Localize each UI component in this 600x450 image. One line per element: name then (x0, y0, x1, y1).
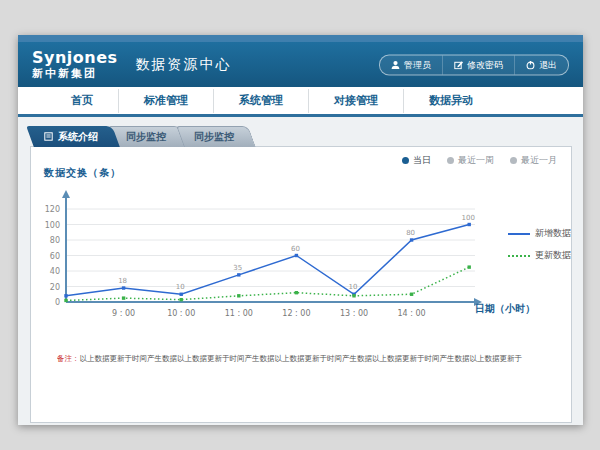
svg-text:9 : 00: 9 : 00 (112, 309, 135, 318)
user-menu: 管理员 修改密码 退出 (379, 54, 569, 75)
page-background: Synjones 新中新集团 数据资源中心 管理员 修改 (0, 0, 600, 450)
legend-item: 新增数据 (508, 227, 571, 240)
legend-label: 新增数据 (535, 227, 571, 240)
svg-text:18: 18 (118, 277, 127, 285)
nav-item-standard-mgmt[interactable]: 标准管理 (118, 89, 213, 113)
grid-group: 020406080100120 (45, 205, 475, 307)
app-title: 数据资源中心 (136, 56, 232, 74)
svg-text:13 : 00: 13 : 00 (340, 309, 368, 318)
brand-logo-english: Synjones (32, 50, 118, 66)
chart-panel: 当日最近一周最近一月 数据交换（条） 0204060801001209 : 00… (30, 146, 572, 423)
svg-text:12 : 00: 12 : 00 (282, 309, 310, 318)
window-top-strip (18, 35, 583, 42)
legend-swatch (508, 233, 530, 235)
svg-text:35: 35 (233, 264, 242, 272)
logout-label: 退出 (539, 58, 557, 71)
user-icon (391, 60, 400, 69)
legend-item: 更新数据 (508, 249, 571, 262)
tab-system-intro[interactable]: 系统介绍 (30, 126, 116, 147)
nav-item-data-change[interactable]: 数据异动 (403, 89, 498, 113)
brand-logo: Synjones 新中新集团 (32, 50, 118, 79)
tab-label: 同步监控 (126, 130, 166, 144)
svg-text:14 : 00: 14 : 00 (398, 309, 426, 318)
content-area: 系统介绍 同步监控 同步监控 当日最近一周最近一月 数据交换（条） 020406… (18, 117, 583, 425)
admin-user-label: 管理员 (404, 58, 431, 71)
svg-text:100: 100 (45, 221, 60, 230)
edit-icon (454, 60, 463, 69)
svg-text:20: 20 (50, 283, 60, 292)
tab-bar: 系统介绍 同步监控 同步监控 (30, 126, 252, 147)
x-axis-title: 日期（小时） (475, 302, 535, 316)
svg-text:11 : 00: 11 : 00 (225, 309, 253, 318)
app-header: Synjones 新中新集团 数据资源中心 管理员 修改 (18, 42, 583, 87)
footnote-text: 以上数据更新于时间产生数据以上数据更新于时间产生数据以上数据更新于时间产生数据以… (80, 354, 523, 363)
change-password-button[interactable]: 修改密码 (442, 55, 514, 74)
svg-text:10 : 00: 10 : 00 (167, 309, 195, 318)
svg-text:10: 10 (176, 283, 185, 291)
svg-text:0: 0 (55, 298, 60, 307)
svg-text:80: 80 (406, 229, 415, 237)
series-legend: 新增数据更新数据 (508, 227, 571, 262)
svg-text:60: 60 (291, 245, 300, 253)
power-icon (526, 60, 535, 69)
svg-text:60: 60 (50, 252, 60, 261)
tab-sync-monitor-1[interactable]: 同步监控 (112, 126, 184, 147)
svg-text:80: 80 (50, 236, 60, 245)
document-icon (44, 132, 53, 141)
tab-label: 同步监控 (194, 130, 234, 144)
nav-item-interface-mgmt[interactable]: 对接管理 (308, 89, 403, 113)
nav-item-system-mgmt[interactable]: 系统管理 (213, 89, 308, 113)
legend-label: 更新数据 (535, 249, 571, 262)
legend-swatch (508, 255, 530, 257)
logout-button[interactable]: 退出 (514, 55, 568, 74)
svg-text:40: 40 (50, 267, 60, 276)
admin-user-button[interactable]: 管理员 (380, 55, 442, 74)
tab-sync-monitor-2[interactable]: 同步监控 (180, 126, 252, 147)
main-nav: 首页 标准管理 系统管理 对接管理 数据异动 (18, 87, 583, 117)
svg-text:120: 120 (45, 205, 60, 214)
svg-text:100: 100 (462, 214, 475, 222)
footnote: 备注：以上数据更新于时间产生数据以上数据更新于时间产生数据以上数据更新于时间产生… (57, 354, 563, 364)
footnote-prefix: 备注： (57, 354, 80, 363)
app-window: Synjones 新中新集团 数据资源中心 管理员 修改 (18, 35, 583, 425)
x-tick-labels: 9 : 0010 : 0011 : 0012 : 0013 : 0014 : 0… (112, 309, 426, 318)
brand-logo-chinese: 新中新集团 (32, 68, 118, 79)
chart-svg: 0204060801001209 : 0010 : 0011 : 0012 : … (31, 147, 571, 347)
nav-item-home[interactable]: 首页 (46, 89, 118, 113)
change-password-label: 修改密码 (467, 58, 503, 71)
tab-label: 系统介绍 (58, 130, 98, 144)
svg-text:10: 10 (349, 283, 358, 291)
